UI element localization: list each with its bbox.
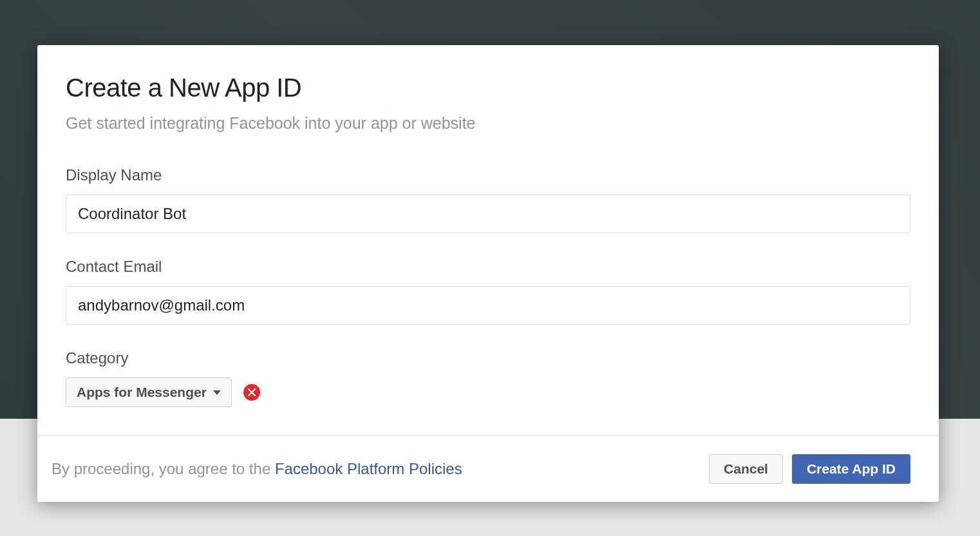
create-app-id-button[interactable]: Create App ID [792, 454, 910, 484]
contact-email-group: Contact Email [66, 258, 910, 325]
category-dropdown[interactable]: Apps for Messenger [66, 378, 232, 407]
category-label: Category [66, 349, 910, 367]
category-row: Apps for Messenger [66, 378, 910, 407]
contact-email-input[interactable] [66, 286, 910, 325]
display-name-group: Display Name [66, 166, 910, 233]
display-name-label: Display Name [66, 166, 910, 184]
dialog-footer: By proceeding, you agree to the Facebook… [37, 436, 939, 502]
footer-actions: Cancel Create App ID [709, 454, 910, 484]
dialog-subtitle: Get started integrating Facebook into yo… [66, 114, 910, 133]
footer-agree-text: By proceeding, you agree to the Facebook… [52, 460, 462, 478]
policies-link[interactable]: Facebook Platform Policies [275, 460, 462, 477]
agree-prefix: By proceeding, you agree to the [52, 460, 275, 477]
category-group: Category Apps for Messenger [66, 349, 910, 407]
x-icon [248, 388, 256, 396]
contact-email-label: Contact Email [66, 258, 910, 276]
clear-category-button[interactable] [243, 384, 260, 401]
caret-down-icon [213, 390, 221, 395]
display-name-input[interactable] [66, 195, 910, 233]
dialog-title: Create a New App ID [66, 73, 910, 102]
cancel-button[interactable]: Cancel [709, 454, 783, 484]
create-app-dialog: Create a New App ID Get started integrat… [37, 45, 939, 502]
category-selected-text: Apps for Messenger [77, 385, 207, 400]
